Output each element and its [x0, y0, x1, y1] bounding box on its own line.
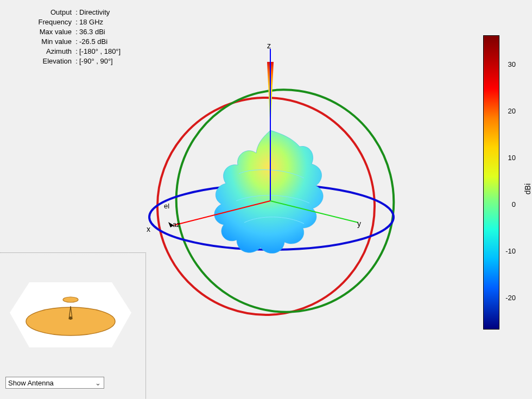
axis-label-x: x [147, 225, 150, 233]
info-row: Elevation:[-90° , 90°] [4, 56, 137, 66]
info-key: Output [4, 8, 74, 17]
antenna-thumbnail[interactable] [5, 269, 136, 356]
axis-label-az: az [173, 220, 180, 229]
colorbar [483, 35, 499, 330]
info-val: [-180° , 180°] [79, 47, 137, 56]
show-antenna-dropdown[interactable]: Show Antenna ⌄ [5, 377, 104, 389]
colorbar-tick: 20 [508, 107, 516, 115]
colorbar-tick: 30 [508, 60, 516, 68]
info-row: Max value:36.3 dBi [4, 27, 137, 37]
colorbar-ticks: 3020100-10-20 [501, 35, 516, 328]
info-row: Frequency:18 GHz [4, 17, 137, 27]
colorbar-tick: 0 [512, 200, 516, 208]
colorbar-tick: 10 [508, 154, 516, 162]
info-row: Min value:-26.5 dBi [4, 37, 137, 47]
info-val: -26.5 dBi [79, 37, 137, 47]
info-val: Directivity [79, 8, 137, 17]
antenna-thumbnail-svg [5, 269, 136, 356]
info-panel: Output:Directivity Frequency:18 GHz Max … [4, 8, 137, 66]
info-key: Min value [4, 37, 74, 47]
feed-base [69, 316, 72, 320]
radiation-pattern-svg [141, 38, 423, 320]
info-key: Azimuth [4, 47, 74, 56]
axis-label-el: el [164, 202, 169, 210]
info-key: Frequency [4, 17, 74, 27]
info-key: Max value [4, 27, 74, 37]
colorbar-tick: -10 [505, 247, 516, 255]
info-row: Azimuth:[-180° , 180°] [4, 47, 137, 56]
colorbar-unit: dBi [523, 183, 532, 194]
axis-label-z: z [267, 41, 271, 50]
info-val: [-90° , 90°] [79, 56, 137, 66]
info-row: Output:Directivity [4, 8, 137, 17]
info-key: Elevation [4, 56, 74, 66]
reflector-disk [26, 307, 115, 335]
pattern-body [214, 130, 323, 254]
feed-cap [63, 297, 78, 302]
figure-canvas: Output:Directivity Frequency:18 GHz Max … [0, 0, 532, 399]
axis-label-y: y [357, 219, 361, 228]
antenna-inset-panel: Show Antenna ⌄ [0, 252, 146, 399]
radiation-pattern-3d[interactable]: z x y az el [141, 38, 423, 320]
info-val: 36.3 dBi [79, 27, 137, 37]
colorbar-tick: -20 [505, 294, 516, 302]
dropdown-label: Show Antenna [8, 379, 94, 387]
chevron-down-icon: ⌄ [94, 379, 102, 387]
info-val: 18 GHz [79, 17, 137, 27]
